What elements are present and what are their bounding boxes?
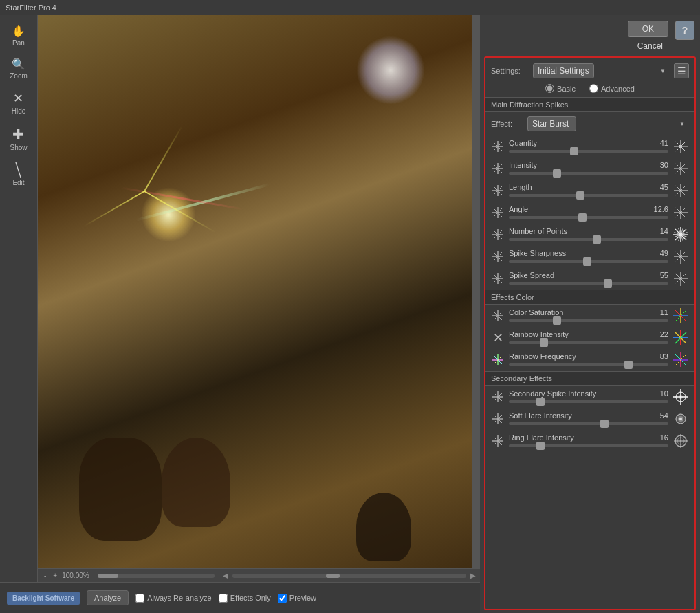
- spike-sharpness-slider-content: Spike Sharpness 49: [509, 249, 668, 264]
- soft-flare-slider-row: Soft Flare Intensity 54: [485, 408, 694, 430]
- intensity-slider-content: Intensity 30: [509, 161, 668, 176]
- spike-spread-track[interactable]: [509, 282, 668, 285]
- settings-dropdown-wrapper: Initial Settings Custom 1 Custom 2: [533, 63, 670, 78]
- help-button[interactable]: ?: [675, 21, 694, 40]
- settings-header-row: Settings: Initial Settings Custom 1 Cust…: [485, 58, 694, 81]
- rainbow-freq-track[interactable]: [509, 363, 668, 366]
- spike-sharpness-slider-row: Spike Sharpness 49: [485, 246, 694, 268]
- settings-panel: Settings: Initial Settings Custom 1 Cust…: [484, 56, 696, 610]
- soft-flare-track[interactable]: [509, 422, 668, 425]
- x-icon: ✕: [493, 332, 503, 344]
- rainbow-intensity-thumb[interactable]: [540, 338, 548, 347]
- zoom-tool[interactable]: 🔍 Zoom: [4, 55, 33, 83]
- spike-spread-value: 55: [644, 271, 668, 279]
- sec-spike-track[interactable]: [509, 400, 668, 403]
- intensity-value: 30: [644, 161, 668, 169]
- intensity-thumb[interactable]: [553, 169, 561, 178]
- angle-thumb[interactable]: [578, 213, 587, 222]
- soft-flare-slider-content: Soft Flare Intensity 54: [509, 411, 668, 427]
- hide-icon: ✕: [13, 91, 23, 106]
- analyze-button[interactable]: Analyze: [87, 590, 129, 605]
- preview-checkbox[interactable]: Preview: [278, 594, 316, 603]
- rainbow-intensity-label: Rainbow Intensity: [509, 330, 569, 338]
- spike-sharpness-label: Spike Sharpness: [509, 249, 566, 257]
- quantity-thumb[interactable]: [570, 147, 578, 155]
- right-panel: OK Cancel ? Settings: Initial Settings C…: [480, 15, 700, 613]
- settings-dropdown[interactable]: Initial Settings Custom 1 Custom 2: [533, 63, 594, 78]
- main-scrollbar[interactable]: [232, 574, 466, 578]
- show-tool[interactable]: ✚ Show: [4, 123, 32, 154]
- angle-track[interactable]: [509, 216, 668, 219]
- title-bar: StarFilter Pro 4: [0, 0, 700, 15]
- angle-left-icon: [491, 206, 505, 219]
- intensity-left-icon: [491, 162, 505, 175]
- length-slider-row: Length 45: [485, 180, 694, 202]
- ring-flare-track[interactable]: [509, 444, 668, 447]
- settings-menu-button[interactable]: ☰: [674, 63, 689, 78]
- scroll-arrow-right[interactable]: ▶: [470, 572, 476, 579]
- edit-tool[interactable]: ╱ Edit: [7, 160, 30, 189]
- zoom-scrollbar[interactable]: [98, 574, 215, 578]
- color-sat-slider-content: Color Saturation 11: [509, 308, 668, 323]
- zoom-value: 100.00%: [62, 572, 89, 579]
- color-sat-thumb[interactable]: [553, 316, 561, 325]
- ring-flare-thumb[interactable]: [536, 442, 545, 450]
- always-reanalyze-checkbox[interactable]: Always Re-analyze: [135, 594, 212, 603]
- show-label: Show: [10, 144, 27, 151]
- sec-spike-right-icon: [672, 389, 689, 405]
- canvas-scroll-right[interactable]: [472, 15, 480, 582]
- rainbow-intensity-track[interactable]: [509, 341, 668, 344]
- spike-sharpness-track[interactable]: [509, 260, 668, 263]
- cancel-button[interactable]: Cancel: [632, 39, 668, 54]
- pan-icon: ✋: [12, 25, 25, 38]
- num-points-value: 14: [644, 227, 668, 235]
- length-value: 45: [644, 183, 668, 191]
- effect-dropdown[interactable]: Star Burst Star Cross Horizontal Vertica…: [527, 116, 576, 131]
- zoom-minus-btn[interactable]: -: [42, 572, 48, 579]
- num-points-slider-row: Number of Points 14: [485, 224, 694, 246]
- angle-label: Angle: [509, 205, 528, 213]
- effect-dropdown-wrapper: Star Burst Star Cross Horizontal Vertica…: [527, 116, 689, 131]
- length-thumb[interactable]: [576, 191, 584, 200]
- zoom-icon: 🔍: [12, 58, 25, 71]
- advanced-radio[interactable]: [589, 84, 598, 93]
- length-track[interactable]: [509, 194, 668, 197]
- rainbow-freq-thumb[interactable]: [624, 361, 633, 369]
- soft-flare-thumb[interactable]: [600, 420, 609, 428]
- num-points-right-icon: [672, 226, 689, 243]
- spike-sharpness-thumb[interactable]: [583, 257, 591, 266]
- ok-button[interactable]: OK: [628, 21, 668, 37]
- canvas-image: [38, 15, 480, 582]
- ring-flare-slider-content: Ring Flare Intensity 16: [509, 433, 668, 449]
- basic-radio[interactable]: [545, 84, 554, 93]
- color-sat-label: Color Saturation: [509, 308, 564, 316]
- spike-spread-thumb[interactable]: [604, 279, 612, 288]
- rainbow-freq-right-icon: [672, 352, 689, 368]
- pan-tool[interactable]: ✋ Pan: [6, 22, 31, 50]
- intensity-right-icon: [672, 160, 689, 177]
- length-slider-content: Length 45: [509, 183, 668, 198]
- effects-only-checkbox[interactable]: Effects Only: [219, 594, 271, 603]
- num-points-track[interactable]: [509, 238, 668, 241]
- advanced-radio-label[interactable]: Advanced: [589, 84, 635, 93]
- ring-flare-label: Ring Flare Intensity: [509, 433, 574, 442]
- sec-spike-slider-row: Secondary Spike Intensity 10: [485, 386, 694, 408]
- quantity-track[interactable]: [509, 150, 668, 153]
- num-points-slider-content: Number of Points 14: [509, 227, 668, 242]
- zoom-plus-btn[interactable]: +: [51, 572, 59, 579]
- intensity-slider-row: Intensity 30: [485, 158, 694, 180]
- intensity-track[interactable]: [509, 172, 668, 175]
- hide-tool[interactable]: ✕ Hide: [6, 88, 32, 118]
- num-points-thumb[interactable]: [593, 235, 601, 244]
- color-sat-track[interactable]: [509, 319, 668, 322]
- rainbow-intensity-slider-row: ✕ Rainbow Intensity 22: [485, 327, 694, 349]
- angle-slider-row: Angle 12.6: [485, 202, 694, 224]
- num-points-label: Number of Points: [509, 227, 567, 235]
- rainbow-freq-slider-content: Rainbow Frequency 83: [509, 352, 668, 367]
- basic-radio-label[interactable]: Basic: [545, 84, 576, 93]
- spike-sharpness-right-icon: [672, 248, 689, 265]
- sec-spike-thumb[interactable]: [536, 398, 545, 406]
- ring-flare-right-icon: [672, 433, 689, 449]
- scroll-arrow-left[interactable]: ◀: [223, 572, 228, 579]
- spike-spread-label: Spike Spread: [509, 271, 554, 279]
